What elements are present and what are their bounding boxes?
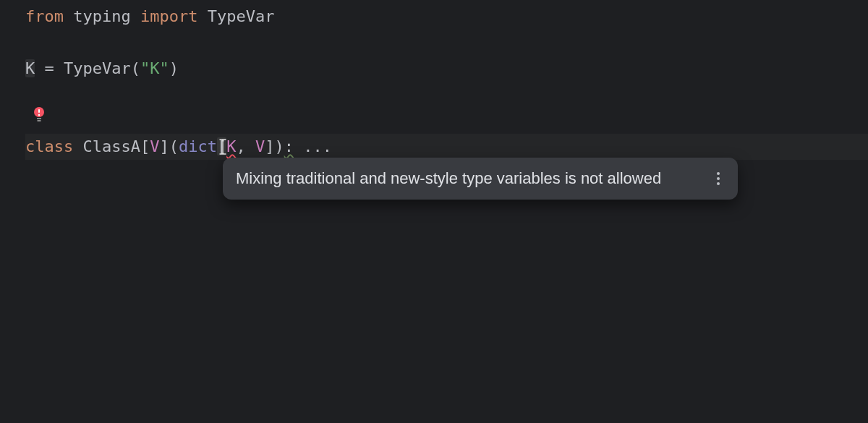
keyword-from: from <box>25 7 64 25</box>
tooltip-message: Mixing traditional and new-style type va… <box>236 169 683 188</box>
typevar-v: V <box>150 137 159 155</box>
svg-rect-4 <box>38 120 41 121</box>
code-line-1[interactable]: from typing import TypeVar <box>25 4 868 30</box>
code-line-4[interactable] <box>25 82 868 108</box>
code-line-6[interactable]: class ClassA[V](dict[K, V]): ... <box>25 134 868 160</box>
svg-rect-1 <box>38 109 40 113</box>
svg-point-5 <box>717 172 720 175</box>
svg-point-2 <box>38 114 40 116</box>
code-line-3[interactable]: K = TypeVar("K") <box>25 56 868 82</box>
class-name: ClassA <box>82 137 140 155</box>
imported-name: TypeVar <box>208 7 275 25</box>
typevar-v-use: V <box>255 137 265 155</box>
typevar-call: TypeVar <box>64 59 131 77</box>
module-name: typing <box>73 7 130 25</box>
svg-point-7 <box>717 182 720 185</box>
error-lightbulb-icon[interactable] <box>33 106 46 122</box>
dict-base: dict <box>179 137 217 155</box>
keyword-import: import <box>140 7 197 25</box>
error-tooltip: Mixing traditional and new-style type va… <box>223 158 738 200</box>
keyword-class: class <box>25 137 73 155</box>
code-line-2[interactable] <box>25 30 868 56</box>
string-literal: "K" <box>140 59 169 77</box>
svg-point-6 <box>717 177 720 180</box>
code-editor[interactable]: from typing import TypeVar K = TypeVar("… <box>0 0 868 160</box>
svg-rect-3 <box>37 118 41 119</box>
variable-k: K <box>25 59 35 77</box>
typevar-k-error: K <box>226 137 236 155</box>
code-line-5[interactable] <box>25 108 868 134</box>
more-vertical-icon[interactable] <box>712 171 725 187</box>
